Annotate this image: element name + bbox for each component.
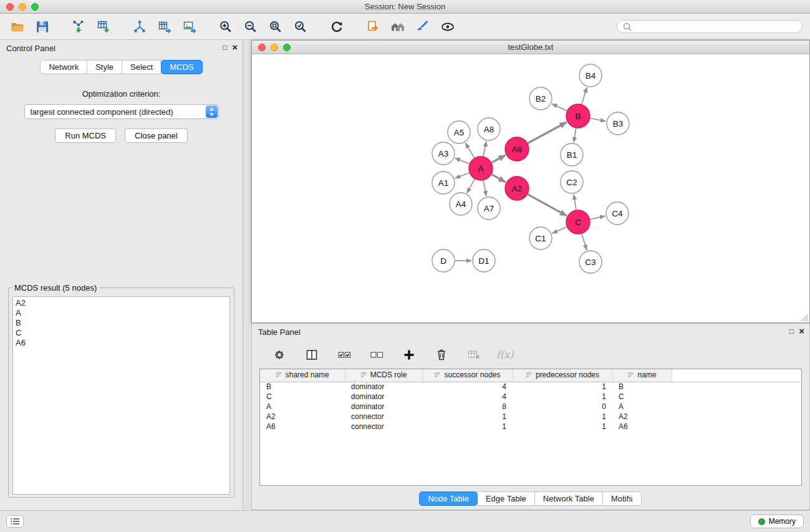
table-cell[interactable]: dominator: [345, 392, 422, 402]
table-cell[interactable]: connector: [345, 422, 422, 432]
table-cell[interactable]: A6: [260, 422, 345, 432]
table-settings-button[interactable]: [269, 346, 289, 364]
table-cell[interactable]: 1: [513, 392, 612, 402]
table-cell[interactable]: 1: [513, 412, 612, 422]
graph-node-A5[interactable]: A5: [448, 121, 470, 143]
import-network-button[interactable]: [69, 17, 89, 36]
import-table-button[interactable]: [94, 17, 113, 36]
run-mcds-button[interactable]: Run MCDS: [55, 128, 116, 143]
table-cell[interactable]: A2: [612, 412, 672, 422]
graph-edge-C-C1[interactable]: [552, 227, 566, 233]
control-tab-mcds[interactable]: MCDS: [161, 60, 202, 74]
graph-edge-B-B1[interactable]: [574, 128, 576, 143]
mcds-result-item[interactable]: B: [16, 318, 227, 328]
table-row[interactable]: A6connector11A6: [260, 422, 801, 432]
table-cell[interactable]: A2: [260, 412, 345, 422]
graph-edge-C-C3[interactable]: [582, 234, 587, 250]
graph-node-C2[interactable]: C2: [561, 171, 583, 193]
mcds-result-item[interactable]: A6: [16, 338, 227, 348]
table-cell[interactable]: 4: [422, 382, 513, 392]
resize-grip-icon[interactable]: [801, 314, 809, 322]
column-header-shared-name[interactable]: shared name: [260, 369, 345, 382]
zoom-in-button[interactable]: [216, 17, 236, 36]
graph-node-A[interactable]: A: [469, 157, 493, 180]
table-cell[interactable]: 1: [422, 412, 513, 422]
table-cell[interactable]: B: [260, 382, 345, 392]
open-session-button[interactable]: [7, 17, 27, 36]
graph-edge-A2-C[interactable]: [528, 195, 567, 216]
mcds-result-item[interactable]: A: [16, 308, 227, 318]
graph-edge-A-A8[interactable]: [483, 142, 486, 157]
graph-node-A8[interactable]: A8: [478, 118, 500, 140]
graph-edge-B-B3[interactable]: [591, 118, 606, 122]
table-cell[interactable]: A6: [612, 422, 672, 432]
task-history-button[interactable]: [6, 515, 24, 528]
close-table-panel-icon[interactable]: ×: [799, 327, 804, 335]
table-tab-network-table[interactable]: Network Table: [535, 491, 603, 506]
column-header-successor-nodes[interactable]: successor nodes: [422, 369, 513, 382]
graph-edge-A-A2[interactable]: [492, 175, 506, 182]
delete-table-button[interactable]: [464, 346, 484, 364]
graph-node-A4[interactable]: A4: [450, 193, 472, 215]
table-cell[interactable]: 1: [513, 382, 612, 392]
overview-button[interactable]: [388, 17, 408, 36]
new-network-button[interactable]: [130, 17, 150, 36]
graph-edge-C-C4[interactable]: [591, 216, 605, 219]
graph-node-B2[interactable]: B2: [529, 87, 552, 110]
table-cell[interactable]: dominator: [345, 402, 422, 412]
control-tab-style[interactable]: Style: [87, 60, 122, 74]
table-cell[interactable]: A: [612, 402, 672, 412]
delete-columns-button[interactable]: [432, 346, 451, 364]
table-cell[interactable]: 0: [513, 402, 612, 412]
table-cell[interactable]: A: [260, 402, 345, 412]
graph-edge-A-A4[interactable]: [467, 179, 475, 193]
float-table-panel-icon[interactable]: □: [789, 327, 794, 336]
graph-node-B4[interactable]: B4: [579, 64, 602, 87]
function-builder-button[interactable]: f(x): [496, 349, 513, 360]
table-row[interactable]: Adominator80A: [260, 402, 801, 412]
table-cell[interactable]: dominator: [345, 382, 422, 392]
zoom-selected-button[interactable]: [291, 17, 311, 36]
graph-edge-A-A6[interactable]: [492, 155, 506, 163]
export-table-button[interactable]: [155, 17, 175, 36]
table-cell[interactable]: 4: [422, 392, 513, 402]
optimization-criterion-select[interactable]: largest connected component (directed): [24, 104, 219, 119]
show-hide-button[interactable]: [438, 17, 458, 36]
graph-edge-B-B2[interactable]: [552, 104, 567, 111]
select-all-button[interactable]: [334, 346, 354, 364]
graph-node-D1[interactable]: D1: [473, 249, 495, 272]
save-session-button[interactable]: [32, 17, 52, 36]
graph-node-C[interactable]: C: [566, 210, 590, 234]
graph-edge-A-A7[interactable]: [483, 181, 486, 196]
graph-node-D[interactable]: D: [432, 249, 455, 272]
mcds-result-list[interactable]: A2ABCA6: [12, 296, 230, 495]
graph-node-B3[interactable]: B3: [607, 112, 629, 135]
zoom-out-button[interactable]: [241, 17, 261, 36]
table-cell[interactable]: 1: [513, 422, 612, 432]
graph-edge-A-A3[interactable]: [455, 158, 470, 163]
graph-edge-A-A5[interactable]: [465, 143, 474, 158]
graph-node-A1[interactable]: A1: [432, 172, 455, 194]
graph-node-A7[interactable]: A7: [478, 197, 500, 220]
graph-node-A3[interactable]: A3: [432, 142, 455, 165]
create-column-button[interactable]: [399, 346, 419, 364]
graph-edge-A-A1[interactable]: [455, 173, 470, 178]
zoom-fit-button[interactable]: [266, 17, 286, 36]
column-header-name[interactable]: name: [612, 369, 672, 382]
graph-node-B1[interactable]: B1: [561, 143, 583, 166]
graph-node-A6[interactable]: A6: [505, 137, 529, 161]
document-copy-button[interactable]: [363, 17, 383, 36]
table-row[interactable]: Cdominator41C: [260, 392, 801, 402]
deselect-all-button[interactable]: [367, 346, 387, 364]
table-cell[interactable]: C: [612, 392, 672, 402]
graph-edge-C-C2[interactable]: [574, 195, 576, 210]
graph-node-C4[interactable]: C4: [606, 202, 629, 225]
graph-node-B[interactable]: B: [566, 104, 590, 128]
table-row[interactable]: Bdominator41B: [260, 382, 801, 392]
column-header-MCDS-role[interactable]: MCDS role: [345, 369, 422, 382]
export-image-button[interactable]: [180, 17, 200, 36]
mcds-result-item[interactable]: A2: [16, 298, 227, 308]
memory-button[interactable]: Memory: [750, 515, 804, 528]
float-panel-icon[interactable]: □: [223, 43, 227, 52]
table-cell[interactable]: 1: [422, 422, 513, 432]
